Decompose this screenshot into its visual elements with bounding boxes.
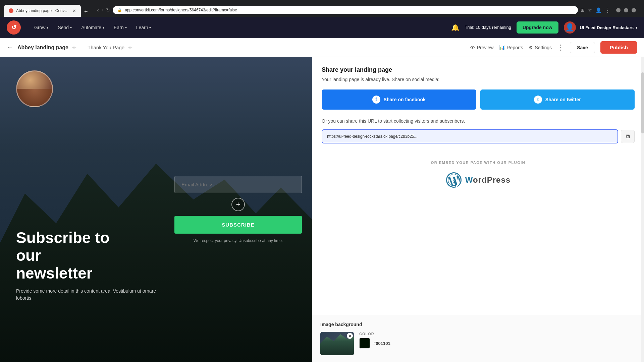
edit-title-button[interactable]: ✏ [72,45,76,50]
share-subtitle: Your landing page is already live. Share… [322,77,635,82]
tab-favicon [9,8,13,13]
upgrade-button[interactable]: Upgrade now [517,21,558,34]
main-area: Subscribe to our newsletter Provide some… [0,57,644,362]
lp-form: + SUBSCRIBE We respect your privacy. Uns… [164,57,312,362]
bookmark-button[interactable]: ☆ [588,6,592,14]
minimize-button[interactable] [616,8,621,12]
heading-line2: our [16,247,41,264]
page-title: Abbey landing page [17,45,68,51]
color-label: COLOR [359,332,390,336]
reports-label: Reports [507,45,523,50]
remove-image-button[interactable]: ✕ [347,333,353,339]
eye-icon: 👁 [470,45,475,50]
nav-item-learn[interactable]: Learn ▾ [132,22,155,33]
back-browser-button[interactable]: ‹ [97,7,99,13]
browser-menu-button[interactable]: ⋮ [605,6,611,14]
chevron-down-icon: ▾ [47,26,48,29]
image-thumbnail[interactable]: ✕ [320,332,354,355]
active-tab[interactable]: Abbey landing page - ConvertKit ✕ [4,5,81,17]
user-name: UI Feed Design Rockstars [580,25,634,30]
new-tab-button[interactable]: + [82,8,91,15]
header-actions: 👁 Preview 📊 Reports ⚙ Settings ⋮ Save Pu… [470,41,637,54]
close-window-button[interactable] [632,8,636,12]
wordpress-text: WordPress [465,175,511,185]
maximize-button[interactable] [624,8,628,12]
page-header: ← Abbey landing page ✏ Thank You Page ✏ … [0,38,644,57]
chevron-down-icon: ▾ [70,26,72,29]
save-button[interactable]: Save [570,42,595,53]
chevron-down-icon: ▾ [636,26,637,29]
nav-item-earn[interactable]: Earn ▾ [110,22,131,33]
logo[interactable]: ↺ [7,20,21,35]
panel-scrollbar[interactable] [641,57,644,362]
nav-item-send[interactable]: Send ▾ [54,22,76,33]
privacy-text: We respect your privacy. Unsubscribe at … [174,238,302,243]
page-tab-label: Thank You Page [88,45,124,50]
address-bar[interactable]: 🔒 app.convertkit.com/forms/designers/564… [113,6,578,14]
right-panel: Share your landing page Your landing pag… [312,57,644,362]
color-section: COLOR #001101 [359,332,390,349]
share-buttons: f Share on facebook t Share on twitter [322,89,635,110]
logo-icon: ↺ [11,24,16,31]
lock-icon: 🔒 [117,8,122,12]
preview-button[interactable]: 👁 Preview [470,45,494,50]
twitter-label: Share on twitter [545,97,581,102]
preview-label: Preview [477,45,494,50]
reports-button[interactable]: 📊 Reports [499,45,523,50]
browser-extensions-button[interactable]: ⊞ [581,6,585,14]
nav-grow-label: Grow [34,25,45,30]
reload-button[interactable]: ↻ [106,7,110,13]
copy-url-button[interactable]: ⧉ [621,130,635,143]
profile-button[interactable]: 👤 [596,6,601,14]
forward-browser-button[interactable]: › [102,7,103,13]
user-menu[interactable]: UI Feed Design Rockstars ▾ [580,25,637,30]
settings-label: Settings [535,45,552,50]
nav-automate-label: Automate [81,25,101,30]
color-swatch[interactable] [359,338,370,349]
nav-items: Grow ▾ Send ▾ Automate ▾ Earn ▾ Learn ▾ [30,22,451,33]
add-field-button[interactable]: + [231,198,245,211]
top-nav: ↺ Grow ▾ Send ▾ Automate ▾ Earn ▾ Learn … [0,17,644,38]
share-twitter-button[interactable]: t Share on twitter [480,89,635,110]
more-options-button[interactable]: ⋮ [557,43,565,52]
lp-subtext: Provide some more detail in this content… [16,288,164,302]
wordpress-logo[interactable]: WordPress [322,172,635,188]
twitter-icon: t [534,96,542,104]
url-text: app.convertkit.com/forms/designers/56467… [125,8,237,12]
bell-icon[interactable]: 🔔 [451,23,460,32]
edit-tab-button[interactable]: ✏ [128,45,132,50]
subscribe-button[interactable]: SUBSCRIBE [174,216,302,234]
avatar-icon: 👤 [565,23,574,32]
back-button[interactable]: ← [7,44,13,51]
title-divider [82,43,82,53]
chevron-down-icon: ▾ [103,26,104,29]
image-bg-row: ✕ COLOR #001101 [320,332,636,355]
tab-title: Abbey landing page - ConvertKit [16,8,70,13]
share-url-input[interactable]: https://ui-feed-design-rockstars.ck.page… [322,129,618,143]
nav-send-label: Send [58,25,69,30]
settings-button[interactable]: ⚙ Settings [529,45,552,50]
lp-text-content: Subscribe to our newsletter Provide some… [16,229,164,302]
chevron-down-icon: ▾ [149,26,151,29]
color-swatch-row: #001101 [359,338,390,349]
publish-button[interactable]: Publish [600,41,637,54]
heading-line1: Subscribe to [16,229,110,246]
gear-icon: ⚙ [529,45,533,50]
nav-item-automate[interactable]: Automate ▾ [77,22,108,33]
wordpress-icon [446,172,462,188]
url-value: https://ui-feed-design-rockstars.ck.page… [327,134,417,139]
nav-item-grow[interactable]: Grow ▾ [30,22,52,33]
color-hex-value: #001101 [373,341,390,346]
image-bg-title: Image background [320,322,636,327]
image-bg-panel: Image background ✕ COLOR #001101 [312,315,644,362]
trial-info: Trial: 10 days remaining [465,25,511,31]
panel-scrollbar-thumb[interactable] [641,72,644,133]
email-input[interactable] [174,176,302,193]
share-facebook-button[interactable]: f Share on facebook [322,89,476,110]
close-icon[interactable]: ✕ [72,8,76,13]
trial-text: Trial: 10 days remaining [465,25,511,30]
landing-preview: Subscribe to our newsletter Provide some… [0,57,312,362]
embed-divider: OR EMBED YOUR PAGE WITH OUR PLUGIN [322,153,635,165]
avatar[interactable]: 👤 [564,21,576,34]
share-panel: Share your landing page Your landing pag… [312,57,644,201]
